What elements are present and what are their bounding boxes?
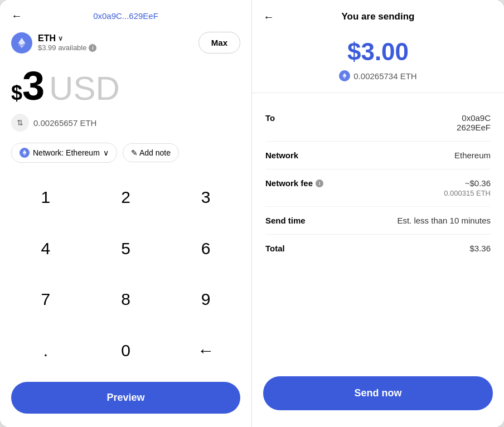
token-name: ETH — [38, 33, 56, 43]
key-4[interactable]: 4 — [6, 223, 86, 274]
key-1[interactable]: 1 — [6, 172, 86, 223]
key-0[interactable]: 0 — [86, 325, 166, 376]
key-9[interactable]: 9 — [166, 274, 246, 326]
sending-amount-section: $3.00 0.00265734 ETH — [252, 31, 504, 93]
add-note-button[interactable]: ✎ Add note — [123, 143, 179, 162]
to-address-block: 0x0a9C 2629EeF — [457, 113, 491, 132]
fee-eth-value: 0.000315 ETH — [444, 189, 491, 197]
to-address-line1: 0x0a9C — [457, 113, 491, 123]
dollar-sign: $ — [11, 81, 22, 105]
sending-usd-amount: $3.00 — [347, 38, 409, 66]
eth-icon — [11, 32, 32, 54]
network-eth-icon — [20, 148, 30, 158]
transaction-details: To 0x0a9C 2629EeF Network Ethereum Netwo… — [252, 93, 504, 371]
token-chevron: ∨ — [58, 35, 63, 42]
to-address-line2: 2629EeF — [457, 123, 491, 132]
total-row: Total $3.36 — [265, 235, 491, 262]
eth-equiv-text: 0.00265657 ETH — [33, 118, 96, 128]
key-2[interactable]: 2 — [86, 172, 166, 223]
network-detail-label: Network — [265, 151, 298, 160]
token-name-row[interactable]: ETH ∨ — [38, 33, 96, 43]
token-left: ETH ∨ $3.99 available i — [11, 32, 96, 54]
send-now-button[interactable]: Send now — [263, 376, 493, 410]
key-backspace[interactable]: ← — [166, 325, 246, 376]
keypad: 1 2 3 4 5 6 7 8 9 . 0 ← — [0, 172, 251, 376]
back-arrow-right[interactable]: ← — [263, 11, 274, 23]
fee-value-block: ~$0.36 0.000315 ETH — [444, 178, 491, 197]
network-detail-value: Ethereum — [454, 151, 491, 160]
send-time-value: Est. less than 10 minutes — [397, 216, 491, 225]
key-7[interactable]: 7 — [6, 274, 86, 326]
key-dot[interactable]: . — [6, 325, 86, 376]
to-label: To — [265, 113, 275, 123]
fee-usd-value: ~$0.36 — [444, 178, 491, 188]
key-6[interactable]: 6 — [166, 223, 246, 274]
key-8[interactable]: 8 — [86, 274, 166, 326]
key-3[interactable]: 3 — [166, 172, 246, 223]
network-label: Network: Ethereum — [33, 148, 100, 157]
to-row: To 0x0a9C 2629EeF — [265, 104, 491, 142]
token-balance: $3.99 available i — [38, 43, 96, 52]
token-row: ETH ∨ $3.99 available i Max — [0, 27, 251, 60]
preview-button[interactable]: Preview — [11, 382, 240, 414]
fee-row: Network fee i ~$0.36 0.000315 ETH — [265, 169, 491, 207]
sending-eth-row: 0.00265734 ETH — [339, 70, 416, 81]
options-row: Network: Ethereum ∨ ✎ Add note — [0, 138, 251, 172]
total-label: Total — [265, 244, 285, 253]
fee-info-icon[interactable]: i — [316, 179, 323, 187]
right-title: You are sending — [342, 11, 415, 22]
swap-icon[interactable]: ⇅ — [11, 114, 29, 132]
sending-eth-icon — [339, 70, 350, 81]
back-arrow-left[interactable]: ← — [11, 9, 22, 22]
max-button[interactable]: Max — [198, 32, 240, 54]
eth-equivalent-row: ⇅ 0.00265657 ETH — [0, 109, 251, 138]
amount-display: $ 3 USD — [0, 60, 251, 109]
network-chevron: ∨ — [103, 148, 109, 157]
fee-label-row: Network fee i — [265, 178, 323, 188]
key-5[interactable]: 5 — [86, 223, 166, 274]
sending-eth-amount: 0.00265734 ETH — [353, 71, 416, 81]
total-value: $3.36 — [469, 244, 491, 253]
right-screen: ← You are sending $3.00 0.00265734 ETH T… — [252, 0, 504, 427]
balance-info-icon[interactable]: i — [89, 44, 96, 52]
right-header: ← You are sending — [252, 0, 504, 31]
network-row: Network Ethereum — [265, 142, 491, 169]
send-time-label: Send time — [265, 216, 306, 225]
send-time-row: Send time Est. less than 10 minutes — [265, 207, 491, 235]
left-screen: ← 0x0a9C...629EeF ETH ∨ $3.99 av — [0, 0, 252, 427]
screens-container: ← 0x0a9C...629EeF ETH ∨ $3.99 av — [0, 0, 504, 427]
left-header: ← 0x0a9C...629EeF — [0, 0, 251, 27]
amount-currency: USD — [49, 72, 120, 105]
token-info: ETH ∨ $3.99 available i — [38, 33, 96, 52]
amount-number: 3 — [22, 66, 45, 106]
fee-label: Network fee — [265, 178, 313, 188]
recipient-address: 0x0a9C...629EeF — [93, 11, 158, 21]
network-button[interactable]: Network: Ethereum ∨ — [11, 143, 117, 163]
